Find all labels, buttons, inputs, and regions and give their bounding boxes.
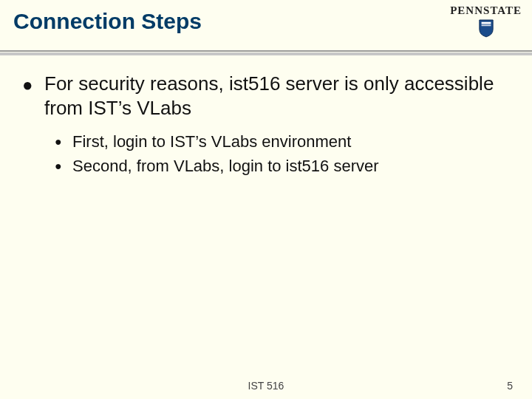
slide-content: ● For security reasons, ist516 server is… <box>0 55 532 177</box>
list-item-text: For security reasons, ist516 server is o… <box>44 72 510 120</box>
list-item: ● For security reasons, ist516 server is… <box>22 72 510 120</box>
bullet-icon: ● <box>55 160 72 172</box>
svg-rect-1 <box>481 24 491 26</box>
slide-header: Connection Steps PENNSTATE <box>0 0 532 50</box>
footer-center: IST 516 <box>0 380 532 392</box>
bullet-icon: ● <box>22 76 44 94</box>
sub-list: ● First, login to IST’s VLabs environmen… <box>55 132 510 177</box>
list-item: ● First, login to IST’s VLabs environmen… <box>55 132 510 153</box>
svg-rect-0 <box>481 22 491 24</box>
pennstate-logo-text: PENNSTATE <box>450 4 522 17</box>
bullet-icon: ● <box>55 136 72 148</box>
list-item: ● Second, from VLabs, login to ist516 se… <box>55 156 510 177</box>
list-item-text: Second, from VLabs, login to ist516 serv… <box>72 156 379 177</box>
pennstate-logo: PENNSTATE <box>450 4 522 41</box>
list-item-text: First, login to IST’s VLabs environment <box>72 132 351 153</box>
divider <box>0 50 532 52</box>
slide-title: Connection Steps <box>13 9 519 34</box>
page-number: 5 <box>507 380 513 392</box>
slide-footer: IST 516 5 <box>0 380 532 392</box>
shield-icon <box>478 18 494 38</box>
